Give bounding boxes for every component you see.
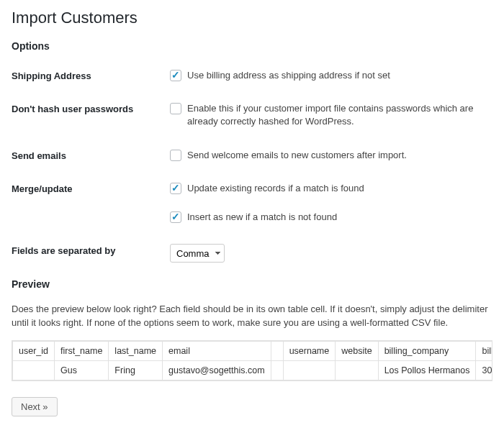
merge-update-row[interactable]: Update existing records if a match is fo…: [170, 182, 492, 195]
table-row: GusFringgustavo@sogetthis.comLos Pollos …: [13, 360, 493, 380]
shipping-checkbox[interactable]: [170, 70, 181, 81]
emails-checkbox[interactable]: [170, 150, 181, 161]
preview-heading: Preview: [12, 278, 492, 290]
preview-table-wrapper: user_idfirst_namelast_nameemailusernamew…: [12, 340, 492, 381]
merge-update-checkbox[interactable]: [170, 183, 181, 194]
preview-cell: [283, 360, 336, 380]
next-button[interactable]: Next »: [12, 397, 58, 416]
preview-column-header: username: [283, 341, 336, 360]
emails-checkbox-row[interactable]: Send welcome emails to new customers aft…: [170, 149, 492, 162]
preview-cell: Los Pollos Hermanos: [378, 360, 476, 380]
preview-column-header: first_name: [55, 341, 109, 360]
preview-column-header: billing_address_1: [476, 341, 492, 360]
preview-cell: 308 Negra Arroyo Lan: [476, 360, 492, 380]
hash-checkbox[interactable]: [170, 103, 181, 114]
preview-cell: [336, 360, 378, 380]
preview-column-header: email: [163, 341, 271, 360]
delimiter-label: Fields are separated by: [12, 240, 170, 278]
preview-column-header: last_name: [109, 341, 163, 360]
hash-checkbox-label: Enable this if your customer import file…: [187, 102, 492, 128]
preview-column-header: [271, 341, 283, 360]
preview-description: Does the preview below look right? Each …: [12, 303, 492, 330]
preview-cell: [271, 360, 283, 380]
emails-label: Send emails: [12, 145, 170, 178]
preview-column-header: billing_company: [378, 341, 476, 360]
preview-column-header: website: [336, 341, 378, 360]
options-table: Shipping Address Use billing address as …: [12, 65, 492, 278]
options-heading: Options: [12, 40, 492, 52]
shipping-label: Shipping Address: [12, 65, 170, 98]
shipping-checkbox-label: Use billing address as shipping address …: [187, 69, 390, 82]
preview-cell: [13, 360, 55, 380]
merge-update-label: Update existing records if a match is fo…: [187, 182, 364, 195]
emails-checkbox-label: Send welcome emails to new customers aft…: [187, 149, 407, 162]
merge-insert-label: Insert as new if a match is not found: [187, 211, 337, 224]
merge-insert-checkbox[interactable]: [170, 211, 181, 223]
hash-label: Don't hash user passwords: [12, 98, 170, 144]
page-title: Import Customers: [12, 9, 492, 27]
merge-label: Merge/update: [12, 178, 170, 240]
preview-table: user_idfirst_namelast_nameemailusernamew…: [12, 341, 492, 380]
preview-column-header: user_id: [13, 341, 55, 360]
hash-checkbox-row[interactable]: Enable this if your customer import file…: [170, 102, 492, 128]
preview-cell: Gus: [55, 360, 109, 380]
preview-cell: gustavo@sogetthis.com: [163, 360, 271, 380]
delimiter-select[interactable]: Comma: [170, 244, 225, 263]
merge-insert-row[interactable]: Insert as new if a match is not found: [170, 211, 492, 224]
preview-cell: Fring: [109, 360, 163, 380]
shipping-checkbox-row[interactable]: Use billing address as shipping address …: [170, 69, 492, 82]
